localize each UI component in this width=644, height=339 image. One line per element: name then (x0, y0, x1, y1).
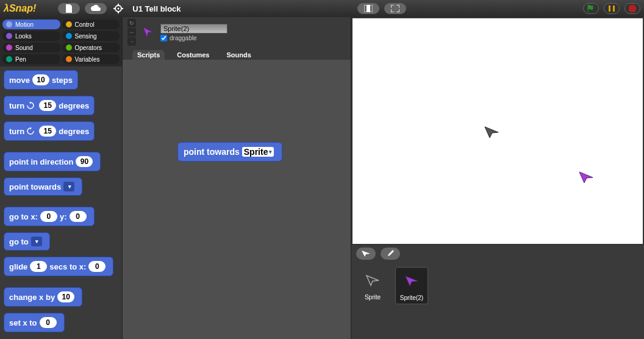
flag-icon (587, 4, 595, 13)
tab-sounds[interactable]: Sounds (221, 50, 256, 60)
svg-rect-8 (609, 5, 610, 12)
script-area[interactable]: point towards Sprite (123, 60, 351, 339)
block-arg[interactable]: 0 (88, 261, 106, 272)
block-move-steps[interactable]: move 10 steps (4, 70, 78, 90)
block-label: steps (52, 76, 73, 85)
category-looks[interactable]: Looks (2, 31, 60, 41)
turn-cw-icon (26, 101, 35, 110)
arrow-icon (404, 275, 419, 287)
block-arg[interactable]: 10 (32, 74, 49, 85)
block-label: degrees (59, 127, 89, 136)
arrow-icon (361, 250, 371, 257)
script-panel: ↻ ↔ → draggable Scripts Costumes Sounds (122, 17, 351, 339)
block-change-x[interactable]: change x by 10 (4, 287, 82, 307)
block-point-direction[interactable]: point in direction 90 (4, 152, 101, 171)
block-dropdown[interactable]: Sprite (242, 147, 274, 157)
block-glide[interactable]: glide 1 secs to x: 0 (4, 257, 113, 276)
rotation-free[interactable]: ↻ (127, 19, 136, 27)
pause-button[interactable] (604, 3, 620, 14)
topbar: λSnap! U1 Tell block (0, 0, 644, 17)
draggable-checkbox[interactable] (160, 35, 167, 41)
stage[interactable] (352, 18, 643, 244)
brush-icon (386, 249, 395, 258)
palette-column: MotionControlLooksSensingSoundOperatorsP… (0, 17, 122, 339)
block-label: change x by (9, 293, 55, 302)
stage-sprite-1[interactable] (484, 126, 499, 139)
arrow-icon (365, 274, 380, 287)
block-label: point towards (9, 182, 61, 191)
block-label: move (9, 76, 30, 85)
block-turn-ccw[interactable]: turn 15 degrees (4, 121, 95, 141)
stage-column: Sprite Sprite(2) (351, 17, 644, 339)
svg-rect-7 (367, 5, 370, 12)
rotation-flip[interactable]: ↔ (127, 28, 136, 37)
block-arg[interactable]: 10 (57, 291, 74, 302)
block-arg[interactable]: 90 (76, 156, 93, 167)
file-button[interactable] (58, 3, 80, 14)
category-pen[interactable]: Pen (2, 54, 60, 64)
rotation-none[interactable]: → (127, 37, 136, 46)
category-control[interactable]: Control (62, 20, 120, 29)
new-sprite-button[interactable] (356, 248, 376, 260)
draggable-label: draggable (170, 35, 196, 41)
category-sound[interactable]: Sound (2, 43, 60, 52)
block-arg[interactable]: 15 (39, 126, 56, 137)
block-set-x[interactable]: set x to 0 (4, 313, 65, 332)
sprite-label: Sprite(2) (400, 294, 423, 301)
category-sensing[interactable]: Sensing (62, 31, 120, 41)
category-motion[interactable]: Motion (2, 20, 60, 29)
block-arg[interactable]: 1 (30, 261, 47, 272)
tab-scripts[interactable]: Scripts (132, 50, 165, 60)
corral-sprite-1[interactable]: Sprite (356, 267, 389, 303)
block-goto-menu[interactable]: go to (4, 232, 50, 251)
arrow-icon (142, 26, 154, 38)
block-arg[interactable]: 0 (70, 211, 87, 222)
green-flag-button[interactable] (583, 3, 599, 14)
paint-sprite-button[interactable] (381, 248, 400, 260)
tab-costumes[interactable]: Costumes (172, 50, 214, 60)
stage-size-button[interactable] (357, 3, 379, 14)
block-goto-xy[interactable]: go to x: 0 y: 0 (4, 207, 95, 226)
block-turn-cw[interactable]: turn 15 degrees (4, 96, 95, 115)
svg-point-1 (118, 8, 120, 10)
logo[interactable]: λSnap! (4, 3, 36, 14)
category-variables[interactable]: Variables (62, 54, 120, 64)
stage-icon (364, 5, 373, 12)
draggable-row[interactable]: draggable (160, 35, 227, 41)
block-arg[interactable]: 0 (40, 317, 57, 328)
block-label: degrees (59, 101, 89, 110)
block-dropdown[interactable] (31, 237, 42, 246)
sprite-info-bar: ↻ ↔ → draggable (123, 17, 351, 48)
main: MotionControlLooksSensingSoundOperatorsP… (0, 17, 644, 339)
stop-button[interactable] (624, 3, 640, 14)
fullscreen-button[interactable] (384, 3, 406, 14)
block-label: go to x: (9, 212, 38, 221)
corral-sprite-2[interactable]: Sprite(2) (395, 267, 428, 304)
stop-icon (628, 4, 637, 13)
block-arg[interactable]: 15 (39, 100, 56, 111)
sprite-name-input[interactable] (160, 24, 227, 34)
block-point-towards[interactable]: point towards (4, 177, 82, 196)
file-icon (65, 4, 73, 13)
svg-marker-10 (629, 5, 636, 12)
stage-sprite-2[interactable] (578, 171, 594, 184)
tabs: Scripts Costumes Sounds (123, 48, 351, 60)
palette: move 10 steps turn 15 degrees turn 15 de… (0, 66, 122, 339)
gear-icon (113, 4, 123, 13)
block-dropdown[interactable] (63, 182, 74, 191)
block-arg[interactable]: 0 (40, 211, 57, 222)
sprite-label: Sprite (365, 294, 381, 301)
project-title[interactable]: U1 Tell block (132, 4, 181, 13)
block-label: secs to x: (49, 262, 86, 271)
settings-button[interactable] (112, 2, 125, 15)
rotation-style: ↻ ↔ → (127, 19, 136, 46)
corral-toolbar (351, 245, 644, 262)
block-label: turn (9, 101, 24, 110)
script-block-point-towards[interactable]: point towards Sprite (177, 142, 282, 168)
block-label: set x to (9, 318, 37, 327)
cloud-button[interactable] (85, 3, 107, 14)
block-label: turn (9, 127, 24, 136)
cloud-icon (90, 5, 101, 12)
svg-rect-9 (613, 5, 615, 12)
category-operators[interactable]: Operators (62, 43, 120, 52)
